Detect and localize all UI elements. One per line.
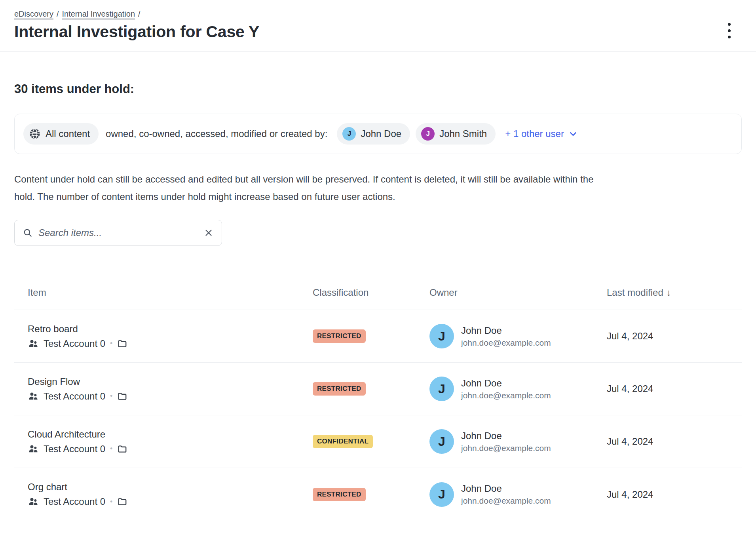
user-chip-name: John Doe	[361, 128, 401, 139]
more-options-button[interactable]	[726, 21, 732, 40]
owner-cell: J John Doe john.doe@example.com	[429, 482, 607, 507]
classification-cell: CONFIDENTIAL	[313, 435, 429, 448]
table-row[interactable]: Retro board Test Account 0 •	[14, 310, 742, 363]
sort-desc-icon: ↓	[667, 287, 671, 298]
kebab-icon	[728, 23, 731, 26]
column-header-classification[interactable]: Classification	[313, 287, 429, 298]
classification-cell: RESTRICTED	[313, 488, 429, 501]
item-account: Test Account 0	[44, 391, 105, 402]
owner-email: john.doe@example.com	[461, 496, 551, 506]
column-header-item[interactable]: Item	[14, 287, 313, 298]
classification-badge: RESTRICTED	[313, 488, 366, 501]
items-table-header: Item Classification Owner Last modified↓	[14, 275, 742, 310]
item-title: Retro board	[28, 323, 313, 335]
owner-name: John Doe	[461, 483, 551, 494]
last-modified: Jul 4, 2024	[607, 489, 742, 500]
folder-icon	[117, 339, 127, 349]
classification-badge: RESTRICTED	[313, 382, 366, 396]
user-chip-name: John Smith	[439, 128, 487, 139]
classification-cell: RESTRICTED	[313, 382, 429, 396]
dot-separator: •	[110, 498, 112, 506]
item-title: Cloud Architecture	[28, 429, 313, 440]
dot-separator: •	[110, 392, 112, 400]
last-modified: Jul 4, 2024	[607, 436, 742, 447]
table-row[interactable]: Design Flow Test Account 0 •	[14, 363, 742, 415]
all-content-chip-label: All content	[46, 128, 90, 139]
search-box	[14, 220, 222, 246]
last-modified: Jul 4, 2024	[607, 331, 742, 342]
user-chip-list: J John Doe J John Smith	[337, 123, 496, 145]
close-icon	[203, 228, 214, 238]
column-header-owner[interactable]: Owner	[429, 287, 607, 298]
item-cell: Design Flow Test Account 0 •	[14, 376, 313, 402]
item-title: Org chart	[28, 481, 313, 493]
item-account: Test Account 0	[44, 338, 105, 349]
last-modified: Jul 4, 2024	[607, 383, 742, 394]
avatar: J	[342, 127, 356, 141]
item-meta: Test Account 0 •	[28, 496, 313, 507]
hold-notice-text: Content under hold can still be accessed…	[14, 171, 610, 206]
folder-icon	[117, 391, 127, 401]
people-icon	[28, 338, 39, 349]
dot-separator: •	[110, 339, 112, 348]
breadcrumb: eDiscovery/Internal Investigation/	[14, 10, 259, 19]
item-meta: Test Account 0 •	[28, 338, 313, 349]
classification-cell: RESTRICTED	[313, 329, 429, 343]
owner-email: john.doe@example.com	[461, 338, 551, 348]
owner-email: john.doe@example.com	[461, 391, 551, 400]
breadcrumb-link-ediscovery[interactable]: eDiscovery	[14, 10, 53, 18]
breadcrumb-separator: /	[138, 10, 141, 18]
avatar: J	[429, 482, 454, 507]
owner-cell: J John Doe john.doe@example.com	[429, 377, 607, 401]
avatar: J	[429, 377, 454, 401]
page-title: Internal Investigation for Case Y	[14, 23, 259, 41]
clear-search-button[interactable]	[203, 228, 214, 238]
owner-text: John Doe john.doe@example.com	[461, 430, 551, 453]
item-meta: Test Account 0 •	[28, 443, 313, 455]
column-header-last-modified-label: Last modified	[607, 287, 663, 298]
more-users-label: + 1 other user	[505, 128, 564, 139]
people-icon	[28, 496, 39, 507]
table-row[interactable]: Org chart Test Account 0 •	[14, 468, 742, 521]
folder-icon	[117, 497, 127, 507]
breadcrumb-link-internal-investigation[interactable]: Internal Investigation	[62, 10, 135, 18]
user-chip[interactable]: J John Smith	[416, 123, 496, 145]
people-icon	[28, 443, 39, 455]
main-content: 30 items under hold: All content owned, …	[0, 82, 756, 521]
dot-separator: •	[110, 445, 112, 453]
globe-icon	[29, 128, 41, 140]
avatar: J	[429, 429, 454, 454]
items-table-body: Retro board Test Account 0 •	[14, 310, 742, 521]
item-cell: Cloud Architecture Test Account 0 •	[14, 429, 313, 455]
more-users-link[interactable]: + 1 other user	[505, 128, 578, 139]
hold-count-heading: 30 items under hold:	[14, 82, 742, 96]
search-input[interactable]	[38, 227, 198, 238]
breadcrumb-separator: /	[57, 10, 59, 18]
column-header-last-modified[interactable]: Last modified↓	[607, 287, 742, 298]
owner-text: John Doe john.doe@example.com	[461, 483, 551, 506]
classification-badge: CONFIDENTIAL	[313, 435, 373, 448]
owner-text: John Doe john.doe@example.com	[461, 325, 551, 348]
people-icon	[28, 391, 39, 402]
header-left: eDiscovery/Internal Investigation/ Inter…	[14, 10, 259, 41]
owner-email: john.doe@example.com	[461, 443, 551, 453]
all-content-chip[interactable]: All content	[23, 123, 99, 145]
page-header: eDiscovery/Internal Investigation/ Inter…	[0, 0, 756, 52]
item-account: Test Account 0	[44, 496, 105, 507]
item-cell: Org chart Test Account 0 •	[14, 481, 313, 507]
chevron-down-icon	[568, 129, 578, 139]
table-row[interactable]: Cloud Architecture Test Account 0 •	[14, 415, 742, 468]
item-cell: Retro board Test Account 0 •	[14, 323, 313, 349]
owner-cell: J John Doe john.doe@example.com	[429, 324, 607, 348]
owner-name: John Doe	[461, 378, 551, 389]
avatar: J	[421, 127, 435, 141]
avatar: J	[429, 324, 454, 348]
item-meta: Test Account 0 •	[28, 391, 313, 402]
items-table: Item Classification Owner Last modified↓…	[14, 275, 742, 521]
classification-badge: RESTRICTED	[313, 329, 366, 343]
search-icon	[23, 228, 33, 238]
item-title: Design Flow	[28, 376, 313, 387]
user-chip[interactable]: J John Doe	[337, 123, 410, 145]
owner-name: John Doe	[461, 325, 551, 336]
item-account: Test Account 0	[44, 443, 105, 455]
